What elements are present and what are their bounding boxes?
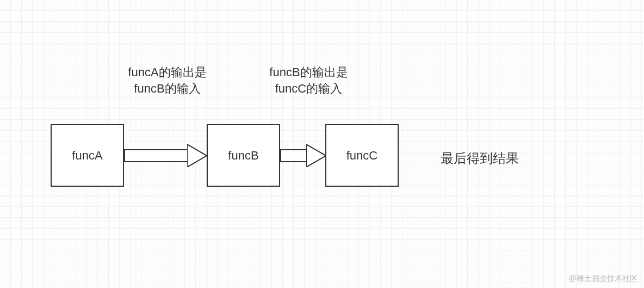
- label-ab-line2: funcB的输入: [109, 81, 226, 97]
- label-bc-line2: funcC的输入: [250, 81, 367, 97]
- box-funcC: funcC: [325, 124, 399, 187]
- box-funcA-label: funcA: [72, 149, 102, 163]
- svg-marker-0: [187, 144, 207, 167]
- box-funcA: funcA: [51, 124, 124, 187]
- result-label: 最后得到结果: [441, 150, 519, 167]
- arrow-a-to-b: [124, 144, 207, 167]
- box-funcC-label: funcC: [346, 149, 377, 163]
- flow-diagram: funcA funcB funcC funcA的输出是 funcB的输入 fun…: [0, 0, 644, 288]
- label-bc-line1: funcB的输出是: [250, 64, 367, 81]
- label-a-to-b: funcA的输出是 funcB的输入: [109, 64, 226, 96]
- box-funcB-label: funcB: [228, 149, 258, 163]
- box-funcB: funcB: [207, 124, 280, 187]
- label-ab-line1: funcA的输出是: [109, 64, 226, 81]
- watermark: @稀土掘金技术社区: [569, 274, 637, 284]
- label-b-to-c: funcB的输出是 funcC的输入: [250, 64, 367, 96]
- arrow-b-to-c: [280, 144, 325, 167]
- svg-marker-1: [306, 144, 326, 167]
